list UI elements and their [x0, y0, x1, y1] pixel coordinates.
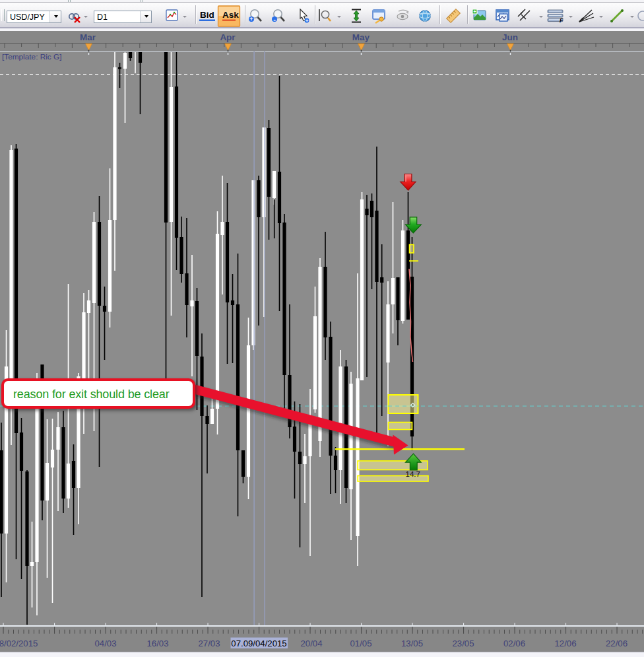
svg-text:+: +: [473, 9, 476, 14]
svg-text:-: -: [273, 15, 276, 23]
svg-text:07.09/04/2015: 07.09/04/2015: [231, 639, 286, 648]
svg-text:Ask: Ask: [222, 10, 239, 20]
svg-text:22/06: 22/06: [606, 639, 628, 648]
svg-text:[Template: Ric G]: [Template: Ric G]: [2, 52, 61, 61]
svg-text:02/06: 02/06: [503, 639, 525, 648]
svg-text:+: +: [306, 18, 309, 24]
svg-text:20/04: 20/04: [300, 639, 322, 648]
svg-text:23/05: 23/05: [452, 639, 474, 648]
svg-text:12/06: 12/06: [554, 639, 576, 648]
svg-text:27/03: 27/03: [198, 639, 220, 648]
svg-text:8/02/2015: 8/02/2015: [0, 639, 38, 648]
svg-text:F: F: [560, 17, 564, 24]
svg-text:Jun: Jun: [502, 32, 518, 42]
svg-text:Mar: Mar: [80, 32, 96, 42]
svg-text:04/03: 04/03: [94, 639, 116, 648]
svg-text:Apr: Apr: [220, 32, 236, 42]
svg-text:13/05: 13/05: [401, 639, 423, 648]
svg-text:Bid: Bid: [200, 10, 214, 20]
svg-text:14.7: 14.7: [406, 470, 420, 478]
svg-text:01/05: 01/05: [350, 639, 371, 648]
svg-text:16/03: 16/03: [146, 639, 168, 648]
svg-text:+: +: [249, 16, 253, 22]
svg-text:May: May: [352, 32, 370, 42]
